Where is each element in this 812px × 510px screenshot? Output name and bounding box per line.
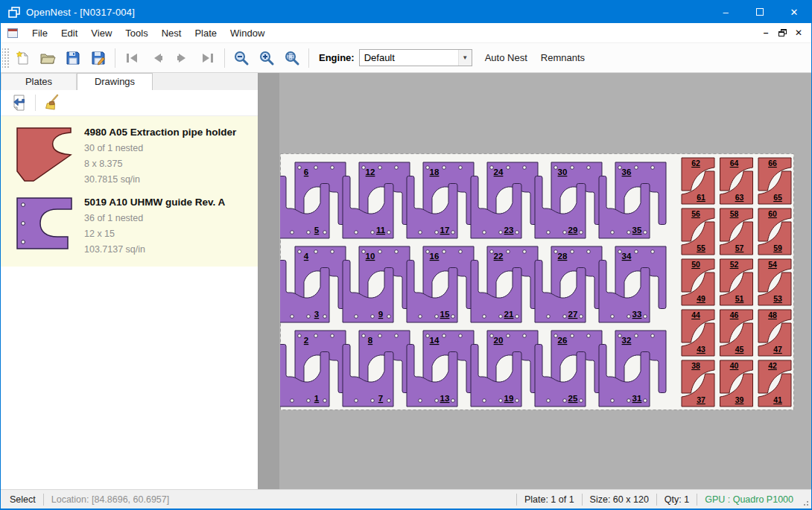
menu-window[interactable]: Window xyxy=(223,25,271,42)
new-file-button[interactable] xyxy=(10,46,35,70)
save-button[interactable] xyxy=(60,46,86,70)
save-as-button[interactable] xyxy=(86,46,111,70)
list-item[interactable]: 4980 A05 Extraction pipe holder 30 of 1 … xyxy=(1,121,258,191)
part-number: 63 xyxy=(735,193,744,202)
child-close-button[interactable]: ✕ xyxy=(790,25,807,40)
part-number: 14 xyxy=(430,336,440,345)
list-item[interactable]: 5019 A10 UHMW guide Rev. A 36 of 1 neste… xyxy=(1,191,258,261)
menu-file[interactable]: File xyxy=(25,25,54,42)
part-number: 17 xyxy=(440,226,450,235)
toolbar-separator xyxy=(35,95,36,111)
part-number: 28 xyxy=(558,252,568,261)
part-number: 3 xyxy=(314,310,319,319)
part-number: 10 xyxy=(366,252,375,261)
zoom-extents-button[interactable] xyxy=(279,46,305,70)
part-number: 21 xyxy=(504,310,514,319)
part-number: 31 xyxy=(632,394,642,403)
engine-select[interactable]: Default ▼ xyxy=(359,49,472,66)
child-restore-button[interactable] xyxy=(774,25,790,40)
go-next-button[interactable] xyxy=(170,46,195,70)
part-number: 12 xyxy=(366,168,375,176)
part-number: 1 xyxy=(314,394,320,403)
drawing-size: 8 x 8.375 xyxy=(84,156,236,172)
part-number: 41 xyxy=(773,395,782,404)
part-number: 62 xyxy=(691,159,700,168)
go-previous-button[interactable] xyxy=(145,46,170,70)
part-number: 39 xyxy=(735,395,744,404)
panel-empty-area xyxy=(1,267,258,489)
part-number: 7 xyxy=(378,394,383,403)
child-minimize-button[interactable]: – xyxy=(758,25,774,40)
side-panel: Plates Drawings xyxy=(1,73,258,489)
part-number: 55 xyxy=(697,243,705,252)
part-number: 38 xyxy=(691,361,700,370)
part-number: 13 xyxy=(440,394,450,403)
status-bar: Select Location: [84.8696, 60.6957] Plat… xyxy=(1,489,811,509)
part-number: 37 xyxy=(697,395,705,404)
part-number: 47 xyxy=(773,345,782,354)
open-file-button[interactable] xyxy=(35,46,60,70)
clean-icon xyxy=(42,94,60,112)
remnants-button[interactable]: Remnants xyxy=(534,48,591,68)
window-title: OpenNest - [N0317-004] xyxy=(26,7,135,18)
part-number: 59 xyxy=(773,243,782,252)
menu-nest[interactable]: Nest xyxy=(155,25,188,42)
part-number: 34 xyxy=(622,252,632,261)
part-number: 53 xyxy=(773,294,782,303)
go-last-button[interactable] xyxy=(195,46,221,70)
zoom-in-icon xyxy=(258,50,275,66)
drawing-area: 30.7815 sq/in xyxy=(84,172,236,188)
menu-bar: File Edit View Tools Nest Plate Window –… xyxy=(1,23,811,43)
menu-plate[interactable]: Plate xyxy=(188,25,223,42)
maximize-button[interactable] xyxy=(743,1,777,23)
import-drawing-button[interactable] xyxy=(8,92,31,113)
close-button[interactable]: ✕ xyxy=(777,1,811,23)
drawing-list: 4980 A05 Extraction pipe holder 30 of 1 … xyxy=(1,115,258,267)
tab-plates[interactable]: Plates xyxy=(1,73,77,90)
part-number: 32 xyxy=(622,336,632,345)
document-icon[interactable] xyxy=(7,28,18,38)
part-number: 30 xyxy=(558,168,568,176)
drawing-title: 4980 A05 Extraction pipe holder xyxy=(84,125,236,141)
tab-drawings[interactable]: Drawings xyxy=(77,73,153,90)
toolbar-separator xyxy=(308,48,309,68)
zoom-in-button[interactable] xyxy=(254,46,279,70)
part-number: 54 xyxy=(768,260,777,269)
clean-button[interactable] xyxy=(40,92,63,113)
plate-svg[interactable]: 6512111817242330293635431091615222128273… xyxy=(280,153,794,410)
menu-edit[interactable]: Edit xyxy=(54,25,84,42)
part-number: 22 xyxy=(494,252,504,261)
part-number: 36 xyxy=(622,168,632,176)
part-number: 49 xyxy=(697,294,705,303)
part-number: 20 xyxy=(494,336,504,345)
part-number: 6 xyxy=(304,168,308,176)
drawing-title: 5019 A10 UHMW guide Rev. A xyxy=(84,195,225,211)
menu-view[interactable]: View xyxy=(84,25,118,42)
main-toolbar: Engine: Default ▼ Auto Nest Remnants xyxy=(1,43,811,73)
auto-nest-button[interactable]: Auto Nest xyxy=(478,48,534,68)
part-number: 56 xyxy=(691,209,700,218)
app-window: OpenNest - [N0317-004] – ✕ File Edit Vie… xyxy=(0,0,812,510)
go-last-icon xyxy=(200,50,216,66)
status-mode: Select xyxy=(1,494,43,505)
menu-tools[interactable]: Tools xyxy=(118,25,154,42)
part-number: 16 xyxy=(430,252,440,261)
resize-grip[interactable] xyxy=(801,490,811,509)
drawing-thumbnail-red xyxy=(14,125,75,188)
drawing-nested: 36 of 1 nested xyxy=(84,211,225,226)
status-size: Size: 60 x 120 xyxy=(583,494,656,505)
part-number: 65 xyxy=(773,193,782,202)
go-first-button[interactable] xyxy=(119,46,145,70)
nest-canvas[interactable]: 6512111817242330293635431091615222128273… xyxy=(258,73,811,489)
chevron-down-icon[interactable]: ▼ xyxy=(458,50,472,66)
minimize-button[interactable]: – xyxy=(708,1,743,23)
toolbar-separator xyxy=(224,48,225,68)
toolbar-grip[interactable] xyxy=(2,47,10,69)
part-number: 9 xyxy=(378,310,383,319)
zoom-out-button[interactable] xyxy=(229,46,254,70)
part-number: 64 xyxy=(730,159,739,168)
part-number: 48 xyxy=(768,310,777,319)
status-qty: Qty: 1 xyxy=(657,494,697,505)
new-file-icon xyxy=(14,50,31,66)
part-number: 33 xyxy=(632,310,642,319)
